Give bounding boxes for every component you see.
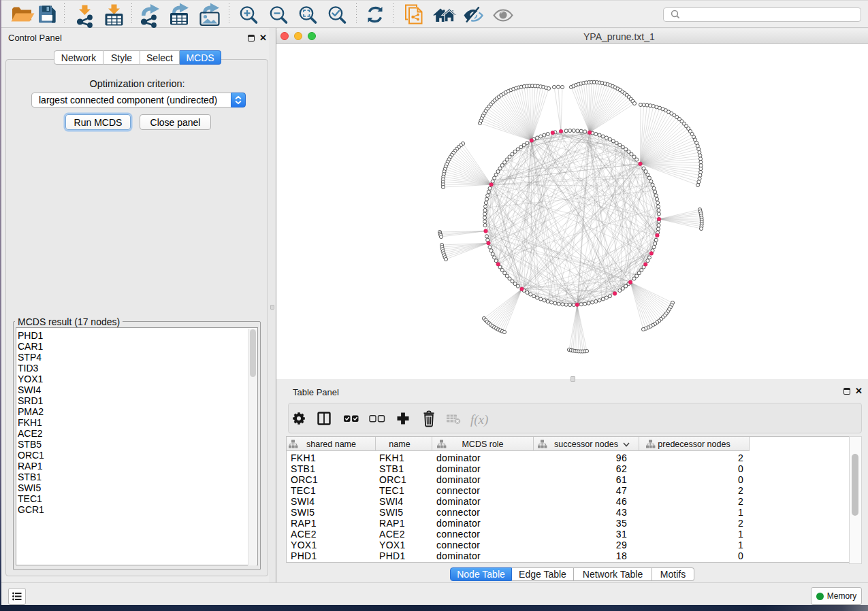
svg-text:f(x): f(x) — [470, 412, 488, 427]
